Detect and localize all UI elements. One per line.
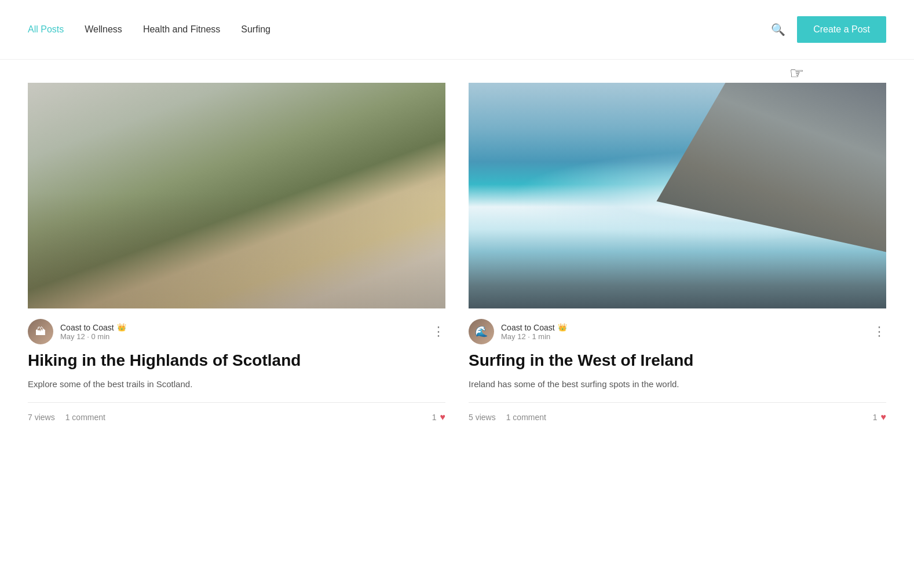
- nav-right: 🔍 Create a Post: [771, 16, 886, 43]
- post-image-2: [469, 83, 886, 308]
- search-icon[interactable]: 🔍: [771, 23, 785, 36]
- author-name: Coast to Coast 👑: [501, 323, 567, 332]
- post-stats: 7 views1 comment: [28, 413, 105, 422]
- post-author-1: 🏔Coast to Coast 👑May 12 · 0 min: [28, 319, 126, 344]
- post-meta-1: 🏔Coast to Coast 👑May 12 · 0 min⋮: [28, 308, 445, 350]
- post-title: Surfing in the West of Ireland: [469, 350, 886, 370]
- likes-count: 1: [432, 413, 437, 422]
- nav-link-all-posts[interactable]: All Posts: [28, 24, 64, 35]
- navigation: All PostsWellnessHealth and FitnessSurfi…: [0, 0, 914, 60]
- post-comments: 1 comment: [506, 413, 546, 422]
- post-footer: 5 views1 comment1♥: [469, 402, 886, 422]
- post-views: 7 views: [28, 413, 55, 422]
- avatar: 🏔: [28, 319, 53, 344]
- author-name-text: Coast to Coast: [60, 323, 114, 332]
- post-card-1: 🏔Coast to Coast 👑May 12 · 0 min⋮Hiking i…: [28, 83, 445, 422]
- author-name: Coast to Coast 👑: [60, 323, 126, 332]
- more-options-button[interactable]: ⋮: [873, 325, 886, 338]
- likes-count: 1: [873, 413, 878, 422]
- post-image-1: [28, 83, 445, 308]
- post-comments: 1 comment: [65, 413, 105, 422]
- author-info: Coast to Coast 👑May 12 · 1 min: [501, 323, 567, 341]
- nav-link-wellness[interactable]: Wellness: [85, 24, 122, 35]
- post-title: Hiking in the Highlands of Scotland: [28, 350, 445, 370]
- avatar: 🌊: [469, 319, 494, 344]
- nav-links: All PostsWellnessHealth and FitnessSurfi…: [28, 24, 771, 35]
- post-author-2: 🌊Coast to Coast 👑May 12 · 1 min: [469, 319, 567, 344]
- post-excerpt: Ireland has some of the best surfing spo…: [469, 377, 886, 391]
- post-stats: 5 views1 comment: [469, 413, 546, 422]
- post-excerpt: Explore some of the best trails in Scotl…: [28, 377, 445, 391]
- post-date: May 12 · 0 min: [60, 332, 126, 341]
- more-options-button[interactable]: ⋮: [432, 325, 445, 338]
- post-footer: 7 views1 comment1♥: [28, 402, 445, 422]
- post-likes[interactable]: 1♥: [873, 412, 886, 422]
- create-post-button[interactable]: Create a Post: [797, 16, 886, 43]
- posts-grid: 🏔Coast to Coast 👑May 12 · 0 min⋮Hiking i…: [0, 60, 914, 446]
- heart-icon[interactable]: ♥: [440, 412, 446, 422]
- nav-link-surfing[interactable]: Surfing: [241, 24, 270, 35]
- crown-icon: 👑: [558, 323, 567, 332]
- post-card-2: 🌊Coast to Coast 👑May 12 · 1 min⋮Surfing …: [469, 83, 886, 422]
- heart-icon[interactable]: ♥: [881, 412, 887, 422]
- crown-icon: 👑: [117, 323, 126, 332]
- nav-link-health-fitness[interactable]: Health and Fitness: [143, 24, 220, 35]
- post-views: 5 views: [469, 413, 496, 422]
- post-date: May 12 · 1 min: [501, 332, 567, 341]
- post-likes[interactable]: 1♥: [432, 412, 445, 422]
- author-name-text: Coast to Coast: [501, 323, 555, 332]
- post-meta-2: 🌊Coast to Coast 👑May 12 · 1 min⋮: [469, 308, 886, 350]
- author-info: Coast to Coast 👑May 12 · 0 min: [60, 323, 126, 341]
